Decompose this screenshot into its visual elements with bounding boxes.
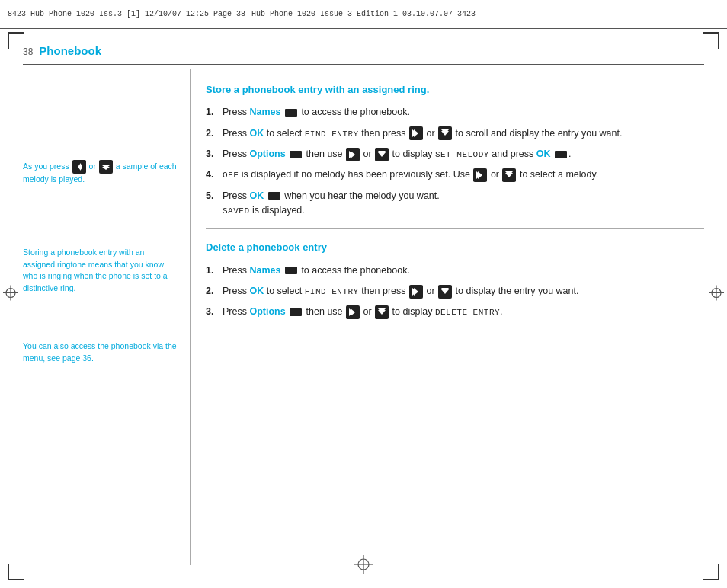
corner-mark-tr: [703, 32, 719, 49]
sidebar-note-3: You can also access the phonebook via th…: [23, 340, 178, 365]
ok-label-1-3: OK: [536, 149, 551, 159]
ok-label-1-2: OK: [249, 128, 264, 139]
step-2-1: 1. Press Names to access the phonebook.: [206, 264, 704, 278]
registration-mark-right: [707, 284, 725, 305]
sidebar-note-1: As you press or a sample of each melody …: [23, 160, 178, 186]
svg-marker-3: [102, 167, 110, 170]
step-text-1-5: Press OK when you hear the melody you wa…: [223, 189, 704, 219]
page-title: Phonebook: [39, 44, 101, 57]
delete-entry-label: DELETE ENTRY: [435, 308, 500, 317]
step-num-1-3: 3.: [206, 147, 223, 161]
section1-steps: 1. Press Names to access the phonebook. …: [206, 105, 704, 218]
nav-right-icon-5: [346, 305, 360, 319]
sidebar-note-3-text: You can also access the phonebook via th…: [23, 341, 177, 363]
step-1-3: 3. Press Options then use or to display …: [206, 147, 704, 161]
nav-right-icon-4: [409, 285, 423, 299]
step-text-1-2: Press OK to select FIND ENTRY then press…: [223, 126, 704, 141]
corner-mark-bl: [8, 564, 24, 580]
step-num-2-1: 1.: [206, 264, 223, 278]
right-content: Store a phonebook entry with an assigned…: [191, 69, 704, 565]
names-label-2: Names: [249, 265, 280, 276]
nav-down-icon-4: [438, 285, 452, 299]
registration-mark-left: [2, 284, 20, 305]
names-label-1: Names: [249, 107, 280, 117]
step-1-1: 1. Press Names to access the phonebook.: [206, 105, 704, 120]
nav-left-icon-s1: [72, 160, 86, 174]
ok-label-1-5: OK: [249, 190, 264, 201]
step-text-2-2: Press OK to select FIND ENTRY then press…: [223, 284, 704, 299]
nav-down-icon-1: [438, 126, 452, 140]
step-text-1-4: OFF is displayed if no melody has been p…: [223, 168, 704, 182]
nav-down-icon-2: [375, 148, 389, 161]
header-left-text: 8423 Hub Phone 1020 Iss.3 [1] 12/10/07 1…: [8, 10, 245, 18]
section2-title: Delete a phonebook entry: [206, 240, 704, 255]
saved-label: SAVED: [223, 206, 250, 216]
step-1-5: 5. Press OK when you hear the melody you…: [206, 189, 704, 219]
page-header: 38 Phonebook: [23, 44, 704, 57]
ok-label-2-2: OK: [249, 286, 264, 296]
sidebar-note-2: Storing a phonebook entry with an assign…: [23, 247, 178, 295]
step-num-1-5: 5.: [206, 189, 223, 203]
options-label-1: Options: [249, 149, 285, 159]
step-2-2: 2. Press OK to select FIND ENTRY then pr…: [206, 284, 704, 299]
set-melody-label: SET MELODY: [435, 150, 489, 159]
step-num-1-1: 1.: [206, 105, 223, 120]
off-label: OFF: [223, 171, 239, 180]
step-num-1-2: 2.: [206, 126, 223, 141]
corner-mark-tl: [8, 32, 24, 49]
nav-down-icon-3: [502, 168, 516, 182]
section1-title: Store a phonebook entry with an assigned…: [206, 82, 704, 97]
page-number: 38: [23, 46, 33, 57]
main-content: As you press or a sample of each melody …: [23, 69, 704, 565]
nav-down-icon-s1: [99, 160, 113, 174]
header-bar: 8423 Hub Phone 1020 Iss.3 [1] 12/10/07 1…: [0, 0, 727, 29]
step-num-2-2: 2.: [206, 284, 223, 299]
sidebar-note-1-text: As you press or a sample of each melody …: [23, 161, 177, 184]
section2-steps: 1. Press Names to access the phonebook. …: [206, 264, 704, 320]
step-text-1-1: Press Names to access the phonebook.: [223, 105, 704, 120]
step-num-1-4: 4.: [206, 168, 223, 182]
step-text-1-3: Press Options then use or to display SET…: [223, 147, 704, 161]
corner-mark-br: [703, 564, 719, 580]
nav-right-icon-1: [409, 126, 423, 140]
step-1-4: 4. OFF is displayed if no melody has bee…: [206, 168, 704, 182]
find-entry-2: FIND ENTRY: [305, 287, 359, 296]
registration-mark-bottom: [353, 554, 374, 577]
sidebar-note-2-text: Storing a phonebook entry with an assign…: [23, 248, 168, 292]
step-2-3: 3. Press Options then use or to display …: [206, 305, 704, 319]
step-num-2-3: 3.: [206, 305, 223, 319]
step-text-2-1: Press Names to access the phonebook.: [223, 264, 704, 278]
nav-right-icon-3: [473, 168, 487, 182]
left-sidebar: As you press or a sample of each melody …: [23, 69, 191, 565]
title-rule: [23, 64, 704, 65]
find-entry-1: FIND ENTRY: [305, 129, 359, 139]
section-divider: [206, 228, 704, 229]
options-label-2: Options: [249, 306, 285, 317]
nav-right-icon-2: [346, 148, 360, 161]
step-1-2: 2. Press OK to select FIND ENTRY then pr…: [206, 126, 704, 141]
step-text-2-3: Press Options then use or to display DEL…: [223, 305, 704, 319]
header-center-text: Hub Phone 1020 Issue 3 Edition 1 03.10.0…: [251, 10, 476, 18]
nav-down-icon-5: [375, 305, 389, 319]
